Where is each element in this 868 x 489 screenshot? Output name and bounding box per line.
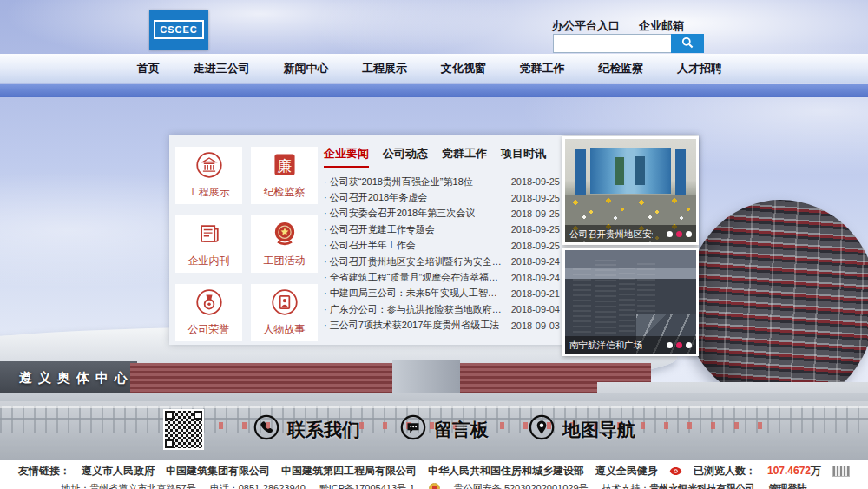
news-item[interactable]: 全省建筑工程“质量月”观摩会在清萃福苑项目举行2018-09-24 — [324, 269, 560, 285]
link-cscec-4th-bureau[interactable]: 中国建筑第四工程局有限公司 — [281, 464, 417, 479]
bank-icon — [195, 151, 223, 182]
carousel-slide-nanning-plaza[interactable]: 南宁航洋信和广场 — [562, 248, 699, 356]
news-item[interactable]: 公司安委会召开2018年第三次会议2018-09-25 — [324, 206, 560, 221]
nav-item-about[interactable]: 走进三公司 — [194, 61, 250, 76]
news-item[interactable]: 公司召开半年工作会2018-09-25 — [324, 238, 560, 254]
carousel-slide-safety-training[interactable]: 公司召开贵州地区安全培训暨... — [562, 136, 699, 245]
news-title[interactable]: 公司召开贵州地区安全培训暨行为安全之星表彰会 — [324, 255, 503, 268]
search-input[interactable] — [553, 34, 671, 53]
tech-support-company[interactable]: 贵州永恒光科技有限公司 — [650, 483, 755, 489]
news-date: 2018-09-25 — [511, 176, 560, 187]
news-date: 2018-09-25 — [511, 193, 560, 203]
news-date: 2018-09-25 — [511, 224, 560, 235]
newspaper-icon — [195, 220, 223, 251]
news-list: 公司获“2018贵州百强企业”第18位2018-09-25 公司召开2018年务… — [324, 174, 560, 334]
nav-item-culture[interactable]: 文化视窗 — [441, 61, 486, 76]
tile-union-activities[interactable]: 工团活动 — [251, 215, 318, 273]
news-title[interactable]: 公司召开2018年务虚会 — [324, 191, 427, 204]
news-item[interactable]: 中建四局三公司：未来5年实现人工智能进入可装配式建筑2018-09-21 — [324, 286, 560, 301]
nav-item-discipline[interactable]: 纪检监察 — [598, 61, 643, 76]
tile-label: 工程展示 — [188, 185, 230, 200]
svg-text:廉: 廉 — [277, 157, 292, 175]
link-zunyi-gov[interactable]: 遵义市人民政府 — [82, 464, 155, 479]
police-record-link[interactable]: 贵公网安备 52030202001029号 — [454, 482, 589, 489]
tab-project-news[interactable]: 项目时讯 — [501, 146, 546, 168]
news-title[interactable]: 中建四局三公司：未来5年实现人工智能进入可装配式建筑 — [324, 287, 503, 300]
contact-us-label: 联系我们 — [287, 418, 360, 442]
nav-item-projects[interactable]: 工程展示 — [362, 61, 407, 76]
news-item[interactable]: 公司召开贵州地区安全培训暨行为安全之星表彰会2018-09-24 — [324, 254, 560, 269]
police-badge-icon — [429, 483, 440, 489]
carousel-caption: 公司召开贵州地区安全培训暨... — [569, 225, 653, 242]
carousel-dot[interactable] — [686, 342, 692, 348]
tab-company-dynamics[interactable]: 公司动态 — [383, 146, 428, 168]
visit-counter-widget — [832, 466, 850, 477]
footer-phone: 电话：0851-28623940 — [210, 482, 306, 489]
news-item[interactable]: 公司获“2018贵州百强企业”第18位2018-09-25 — [324, 174, 560, 189]
carousel-dot[interactable] — [667, 342, 673, 348]
content-card: 工程展示 廉 纪检监察 企业内刊 工团活动 — [169, 135, 699, 345]
link-cscec-group[interactable]: 中国建筑集团有限公司 — [166, 464, 270, 479]
office-platform-link[interactable]: 办公平台入口 — [552, 18, 620, 34]
tile-discipline-inspection[interactable]: 廉 纪检监察 — [251, 147, 318, 204]
tile-project-display[interactable]: 工程展示 — [175, 147, 242, 204]
tile-people-stories[interactable]: 人物故事 — [251, 284, 318, 341]
news-date: 2018-09-04 — [511, 304, 560, 314]
tab-party-work[interactable]: 党群工作 — [442, 146, 487, 168]
eye-icon — [669, 466, 682, 476]
contact-us-button[interactable]: 联系我们 — [253, 414, 360, 445]
message-icon — [400, 414, 426, 445]
news-item[interactable]: 广东分公司：参与抗洪抢险获当地政府表彰2018-09-04 — [324, 301, 560, 317]
news-date: 2018-09-25 — [511, 241, 560, 251]
carousel-dot-active[interactable] — [676, 231, 682, 237]
nav-item-recruit[interactable]: 人才招聘 — [677, 61, 722, 76]
league-emblem-icon — [271, 220, 299, 251]
message-board-label: 留言板 — [434, 418, 489, 442]
carousel-dot-active[interactable] — [676, 342, 682, 348]
cscec-logo[interactable]: CSCEC — [149, 10, 208, 50]
qr-code — [163, 409, 204, 450]
news-item[interactable]: 三公司7项技术获2017年度贵州省级工法2018-09-03 — [324, 318, 560, 334]
location-pin-icon — [529, 414, 555, 445]
admin-login-link[interactable]: 管理登陆 — [769, 482, 807, 489]
phone-icon — [253, 414, 279, 445]
tech-support: 技术支持：贵州永恒光科技有限公司 — [602, 482, 755, 489]
tile-label: 公司荣誉 — [188, 322, 230, 337]
news-item[interactable]: 公司召开2018年务虚会2018-09-25 — [324, 189, 560, 205]
news-title[interactable]: 公司安委会召开2018年第三次会议 — [324, 207, 475, 220]
footer-address: 地址：贵州省遵义市北京路57号 — [61, 482, 195, 489]
map-nav-button[interactable]: 地图导航 — [529, 414, 635, 445]
search-button[interactable] — [671, 34, 704, 53]
nav-item-news[interactable]: 新闻中心 — [283, 61, 328, 76]
enterprise-mail-link[interactable]: 企业邮箱 — [639, 18, 684, 34]
tile-company-honors[interactable]: 公司荣誉 — [175, 284, 242, 341]
carousel-dot[interactable] — [686, 231, 692, 237]
news-tabs: 企业要闻 公司动态 党群工作 项目时讯 — [324, 146, 560, 168]
seal-icon: 廉 — [271, 151, 299, 182]
news-title[interactable]: 公司召开半年工作会 — [324, 239, 416, 252]
news-panel: 企业要闻 公司动态 党群工作 项目时讯 公司获“2018贵州百强企业”第18位2… — [324, 146, 560, 334]
news-date: 2018-09-24 — [511, 273, 560, 283]
icp-record-link[interactable]: 黔ICP备17005413号-1 — [319, 482, 415, 489]
news-date: 2018-09-21 — [511, 288, 560, 299]
news-item[interactable]: 公司召开党建工作专题会2018-09-25 — [324, 221, 560, 237]
carousel: 公司召开贵州地区安全培训暨... 南宁航洋信和广 — [562, 136, 699, 359]
news-title[interactable]: 公司召开党建工作专题会 — [324, 223, 435, 236]
news-date: 2018-09-24 — [511, 256, 560, 267]
news-title[interactable]: 三公司7项技术获2017年度贵州省级工法 — [324, 319, 499, 332]
tab-company-highlights[interactable]: 企业要闻 — [324, 146, 369, 168]
carousel-dot[interactable] — [667, 231, 673, 237]
footer-info-row: 地址：贵州省遵义市北京路57号 电话：0851-28623940 黔ICP备17… — [0, 479, 868, 489]
visits-label: 已浏览人数： — [694, 464, 756, 479]
link-mohurd[interactable]: 中华人民共和国住房和城乡建设部 — [428, 464, 584, 479]
footer: 友情链接： 遵义市人民政府 中国建筑集团有限公司 中国建筑第四工程局有限公司 中… — [0, 460, 868, 489]
news-title[interactable]: 全省建筑工程“质量月”观摩会在清萃福苑项目举行 — [324, 271, 503, 284]
message-board-button[interactable]: 留言板 — [400, 414, 489, 445]
link-zunyi-fitness[interactable]: 遵义全民健身 — [595, 464, 658, 479]
nav-item-home[interactable]: 首页 — [137, 61, 160, 76]
medal-icon — [195, 288, 223, 320]
news-title[interactable]: 广东分公司：参与抗洪抢险获当地政府表彰 — [324, 303, 503, 316]
news-title[interactable]: 公司获“2018贵州百强企业”第18位 — [324, 175, 473, 188]
tile-company-journal[interactable]: 企业内刊 — [175, 215, 242, 273]
nav-item-party[interactable]: 党群工作 — [520, 61, 565, 76]
